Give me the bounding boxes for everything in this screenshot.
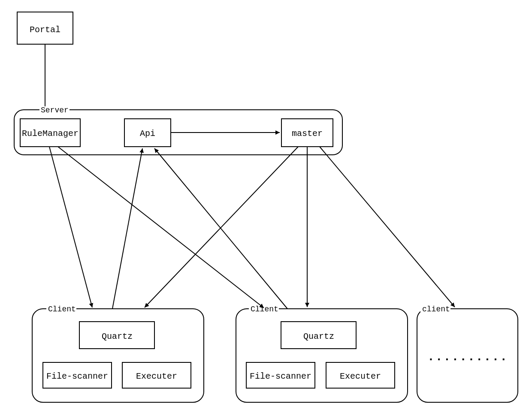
label-api: Api bbox=[140, 129, 155, 139]
group-client-1: Client bbox=[32, 305, 204, 402]
edge-master-client1 bbox=[145, 147, 298, 307]
node-portal: Portal bbox=[17, 12, 73, 44]
label-quartz-1: Quartz bbox=[102, 332, 133, 341]
node-executer-2: Executer bbox=[326, 362, 395, 388]
group-client-3: client .......... bbox=[417, 305, 518, 402]
node-executer-1: Executer bbox=[122, 362, 191, 388]
label-portal: Portal bbox=[30, 25, 60, 35]
edge-client1-api bbox=[112, 148, 142, 309]
node-filescanner-2: File-scanner bbox=[246, 362, 315, 388]
label-client1-group: Client bbox=[48, 305, 76, 314]
edge-master-client3 bbox=[320, 147, 455, 307]
label-ellipsis: .......... bbox=[427, 350, 508, 364]
edge-rulemanager-client1 bbox=[49, 147, 92, 307]
edge-client2-api bbox=[154, 148, 287, 309]
label-quartz-2: Quartz bbox=[303, 332, 334, 341]
edge-rulemanager-client2 bbox=[58, 147, 264, 308]
node-api: Api bbox=[124, 119, 171, 147]
label-server-group: Server bbox=[41, 106, 69, 115]
label-executer-2: Executer bbox=[340, 371, 381, 381]
node-rule-manager: RuleManager bbox=[20, 119, 80, 147]
node-quartz-2: Quartz bbox=[281, 322, 356, 349]
label-client2-group: Client bbox=[251, 305, 278, 314]
label-filescanner-2: File-scanner bbox=[250, 371, 311, 381]
node-filescanner-1: File-scanner bbox=[43, 362, 112, 388]
node-quartz-1: Quartz bbox=[79, 322, 154, 349]
label-master: master bbox=[292, 129, 323, 139]
group-client-2: Client bbox=[236, 305, 408, 402]
label-executer-1: Executer bbox=[136, 371, 177, 381]
node-master: master bbox=[281, 119, 333, 147]
label-filescanner-1: File-scanner bbox=[46, 371, 108, 381]
label-client3-group: client bbox=[422, 305, 450, 314]
label-rule-manager: RuleManager bbox=[22, 129, 79, 139]
